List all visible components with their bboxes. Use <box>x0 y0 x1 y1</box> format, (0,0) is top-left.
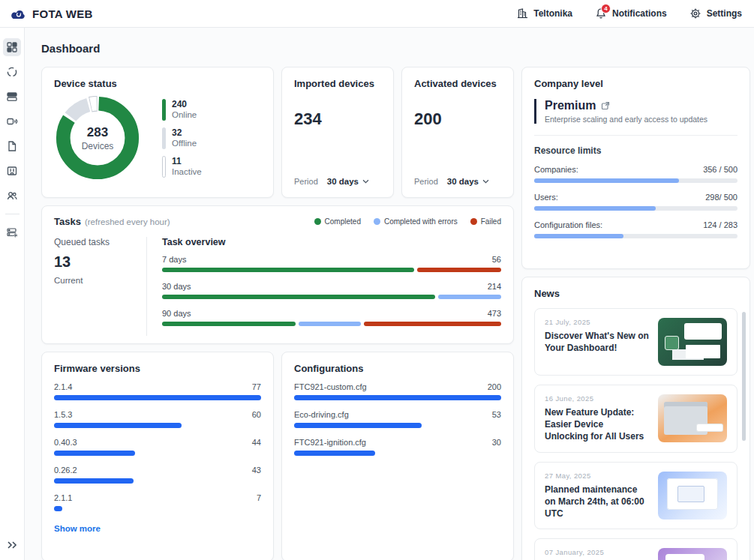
task-overview-title: Task overview <box>162 237 501 247</box>
bar-row-label: 2.1.1 <box>54 493 72 502</box>
sidebar-item-files[interactable] <box>3 137 21 155</box>
imported-devices-title: Imported devices <box>294 78 381 89</box>
external-link-icon[interactable] <box>601 101 610 110</box>
bar-list-row: 2.1.477 <box>54 382 261 400</box>
limit-progress-track <box>534 206 737 211</box>
device-total-value: 283 <box>87 125 108 140</box>
bar-row-label: FTC921-ignition.cfg <box>294 438 366 447</box>
legend-color-bar <box>162 127 166 149</box>
sidebar-expand-button[interactable] <box>6 539 18 551</box>
resource-limit-row: Configuration files:124 / 283 <box>534 220 737 238</box>
bar-row-value: 77 <box>252 382 261 391</box>
limit-progress-track <box>534 178 737 183</box>
legend-label: Offline <box>172 138 197 148</box>
chevron-down-icon <box>362 179 369 184</box>
task-row-label: 90 days <box>162 309 191 318</box>
news-item-text: 21 July, 2025Discover What's New on Your… <box>545 318 649 366</box>
news-item-text: 16 June, 2025New Feature Update: Easier … <box>545 394 649 443</box>
sidebar-item-dashboard[interactable] <box>3 38 21 56</box>
plan-description: Enterprise scaling and early access to u… <box>545 115 737 124</box>
bar-row-value: 60 <box>252 410 261 419</box>
news-item[interactable]: 07 January, 2025Two-factor authenticatio… <box>534 538 737 560</box>
dashboard-grid-icon <box>6 41 18 53</box>
news-item-text: 27 May, 2025Planned maintenance on March… <box>545 472 649 520</box>
app-title: FOTA WEB <box>32 7 93 20</box>
news-thumbnail <box>658 394 727 442</box>
server-gear-icon <box>6 226 18 238</box>
device-status-legend: 240Online32Offline11Inactive <box>162 99 202 178</box>
tasks-legend-item: Completed <box>314 217 361 226</box>
tasks-card: Tasks (refreshed every hour) CompletedCo… <box>41 205 514 344</box>
task-row-header: 90 days473 <box>162 309 501 318</box>
legend-label: Completed <box>325 217 361 226</box>
task-overview-rows: 7 days5630 days21490 days473 <box>162 255 501 326</box>
resource-limits-title: Resource limits <box>534 145 737 156</box>
sidebar-item-devices[interactable] <box>3 112 21 130</box>
configurations-title: Configurations <box>294 363 501 374</box>
settings-button[interactable]: Settings <box>689 7 742 19</box>
news-title: News <box>534 288 737 299</box>
legend-color-bar <box>162 99 166 121</box>
imported-period-select[interactable]: 30 days <box>327 177 369 186</box>
bar-row-value: 7 <box>257 493 261 502</box>
bar-row-header: 2.1.17 <box>54 493 261 502</box>
sidebar-item-companies[interactable] <box>3 162 21 180</box>
firmware-versions-title: Firmware versions <box>54 363 261 374</box>
company-menu-label: Teltonika <box>533 8 572 19</box>
task-row-label: 7 days <box>162 255 186 264</box>
sidebar-item-users[interactable] <box>3 187 21 205</box>
news-item[interactable]: 27 May, 2025Planned maintenance on March… <box>534 462 737 530</box>
bar-row-label: 0.26.2 <box>54 466 77 475</box>
firmware-versions-card: Firmware versions 2.1.4771.5.3600.40.344… <box>41 352 274 560</box>
news-item-title: New Feature Update: Easier Device Unlock… <box>545 406 649 443</box>
notifications-button[interactable]: 4 Notifications <box>595 7 667 19</box>
period-label: Period <box>294 177 318 186</box>
limit-row-header: Configuration files:124 / 283 <box>534 220 737 229</box>
bar-list-row: Eco-driving.cfg53 <box>294 410 501 428</box>
bar-fill <box>54 395 261 400</box>
users-icon <box>6 190 18 202</box>
news-thumbnail <box>658 472 727 520</box>
company-level-card: Company level Premium Enterprise scaling… <box>521 67 750 269</box>
news-item-date: 07 January, 2025 <box>545 548 649 556</box>
bar-list-row: FTC921-custom.cfg200 <box>294 382 501 400</box>
limit-value: 298/ 500 <box>705 193 737 202</box>
bar-list-row: 1.5.360 <box>54 410 261 428</box>
device-signal-icon <box>6 115 18 127</box>
news-item-date: 21 July, 2025 <box>545 318 649 326</box>
app-brand[interactable]: FOTA WEB <box>10 7 93 20</box>
notifications-badge: 4 <box>601 4 611 13</box>
activated-period-select[interactable]: 30 days <box>447 177 489 186</box>
file-icon <box>6 140 18 152</box>
sidebar-item-device-groups[interactable] <box>3 88 21 106</box>
bar-fill <box>54 506 62 511</box>
news-item[interactable]: 16 June, 2025New Feature Update: Easier … <box>534 385 737 453</box>
task-overview-row: 30 days214 <box>162 282 501 299</box>
show-more-link[interactable]: Show more <box>54 524 101 533</box>
queued-tasks-sublabel: Current <box>54 276 146 285</box>
bar-row-value: 43 <box>252 466 261 475</box>
limit-value: 124 / 283 <box>703 220 737 229</box>
task-row-total: 214 <box>488 282 501 291</box>
limit-label: Configuration files: <box>534 220 602 229</box>
double-chevron-right-icon <box>6 539 18 551</box>
bar-row-header: Eco-driving.cfg53 <box>294 410 501 419</box>
legend-color-bar <box>162 156 166 178</box>
settings-label: Settings <box>707 8 742 19</box>
news-item-title: Discover What's New on Your Dashboard! <box>545 330 649 354</box>
news-item[interactable]: 21 July, 2025Discover What's New on Your… <box>534 308 737 376</box>
company-menu-button[interactable]: Teltonika <box>516 7 572 19</box>
bar-list-row: 0.26.243 <box>54 466 261 484</box>
bar-list-row: 2.1.17 <box>54 493 261 511</box>
sidebar-item-tasks[interactable] <box>3 63 21 81</box>
device-status-card: Device status 283 Devices 240Online32Off… <box>41 67 274 198</box>
device-status-title: Device status <box>54 78 261 89</box>
task-overview-row: 7 days56 <box>162 255 501 272</box>
legend-value: 11 <box>172 156 202 166</box>
sidebar-item-server-settings[interactable] <box>3 223 21 241</box>
top-actions: Teltonika 4 Notifications Settings <box>516 7 742 19</box>
news-scrollbar[interactable] <box>742 312 746 441</box>
task-row-total: 56 <box>492 255 501 264</box>
bar-row-header: 1.5.360 <box>54 410 261 419</box>
news-item-text: 07 January, 2025Two-factor authenticatio… <box>545 548 649 560</box>
